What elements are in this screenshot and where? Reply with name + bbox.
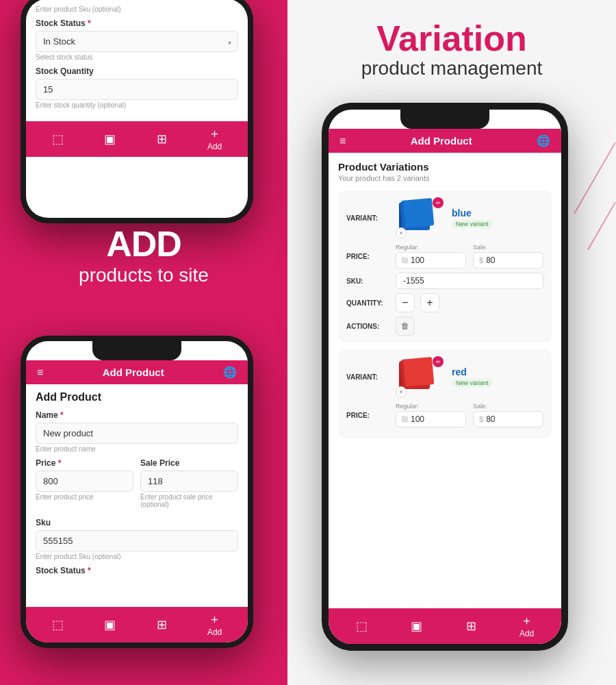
globe-icon-right[interactable]: 🌐 [537, 134, 550, 147]
left-panel: Enter product Sku (optional) Stock Statu… [0, 0, 287, 685]
nav-add-label-right: Add [519, 629, 534, 638]
top-phone-nav: ⬚ ▣ ⊞ + Add [26, 121, 248, 157]
sale-price-section-red: Sale: $ 80 [473, 403, 543, 427]
sale-price-input[interactable] [140, 471, 238, 492]
bottom-left-phone-nav: ⬚ ▣ ⊞ + Add [26, 607, 248, 643]
regular-label-red: Regular: [396, 403, 466, 410]
dashboard-icon-right: ⬚ [356, 619, 368, 634]
nav-image-bl[interactable]: ▣ [104, 617, 116, 633]
nav-grid-top[interactable]: ⊞ [157, 132, 167, 147]
sale-price-input-red[interactable]: $ 80 [473, 411, 543, 427]
variant-image-red: ✏ × [396, 356, 444, 397]
variant-badge-blue: New variant [452, 220, 493, 228]
price-hint: Enter product price [36, 493, 133, 501]
price-row-red: PRICE: Regular: ₪ 100 Sale: [346, 403, 543, 427]
dashboard-icon-bl: ⬚ [52, 617, 64, 632]
sku-field-group: Sku Enter product Sku (optional) [36, 518, 238, 560]
right-phone-screen: ≡ Add Product 🌐 Product Variations Your … [329, 110, 561, 644]
sku-hint-top: Enter product Sku (optional) [36, 5, 238, 13]
close-badge-red[interactable]: × [396, 386, 407, 397]
nav-image-top[interactable]: ▣ [104, 132, 116, 147]
stock-status-hint-top: Select stock status [36, 53, 238, 61]
sale-price-section-blue: Sale: $ 80 [473, 244, 543, 269]
sale-price-col: Sale Price Enter product sale price (opt… [140, 458, 238, 514]
variant-card-blue: VARIANT: ✏ × [338, 190, 552, 342]
sku-input-blue[interactable] [396, 273, 543, 289]
price-col: Price * Enter product price [36, 458, 133, 514]
nav-add-right[interactable]: + Add [519, 614, 534, 638]
price-input[interactable] [36, 471, 133, 492]
plus-icon-top: + [211, 127, 218, 142]
add-product-form: Add Product Name * Enter product name Pr… [26, 384, 248, 607]
grid-icon-right: ⊞ [466, 619, 476, 634]
sale-price-label: Sale Price [140, 458, 238, 468]
regular-price-input-red[interactable]: ₪ 100 [396, 411, 466, 427]
trash-btn-blue[interactable]: 🗑 [396, 316, 415, 336]
grid-icon: ⊞ [157, 132, 167, 147]
app-title-right: Add Product [411, 135, 472, 147]
nav-image-right[interactable]: ▣ [411, 619, 422, 634]
nav-add-top[interactable]: + Add [207, 127, 222, 151]
stock-qty-input-top[interactable] [36, 79, 238, 100]
hamburger-icon-bottom-left[interactable]: ≡ [37, 366, 43, 379]
edit-badge-blue[interactable]: ✏ [433, 197, 444, 208]
currency-sale-red: $ [479, 415, 483, 423]
deco-line-2 [587, 202, 616, 250]
plus-icon-right: + [523, 614, 530, 629]
phone-notch-bottom-left [92, 341, 181, 360]
name-hint: Enter product name [36, 445, 238, 453]
sku-input[interactable] [36, 530, 238, 551]
qty-row-blue: QUANTITY: − + [346, 293, 543, 312]
hamburger-icon-right[interactable]: ≡ [339, 135, 346, 147]
phone-notch-right [400, 110, 489, 129]
stock-status-select-top[interactable]: In Stock [36, 31, 238, 52]
qty-label-blue: QUANTITY: [346, 299, 396, 307]
nav-grid-bl[interactable]: ⊞ [157, 617, 167, 633]
sale-label-blue: Sale: [473, 244, 543, 251]
variant-name-blue: blue [452, 208, 493, 219]
qty-plus-btn-blue[interactable]: + [420, 293, 439, 312]
app-header-bottom-left: ≡ Add Product 🌐 [26, 360, 248, 384]
sku-label-blue: SKU: [346, 277, 396, 285]
variant-image-blue: ✏ × [396, 197, 444, 238]
nav-dashboard-bl[interactable]: ⬚ [52, 617, 64, 633]
actions-label-blue: ACTIONS: [346, 323, 396, 330]
bottom-left-phone-screen: ≡ Add Product 🌐 Add Product Name * Enter… [26, 341, 248, 643]
stock-status-label-bottom: Stock Status * [36, 566, 238, 575]
nav-add-bl[interactable]: + Add [207, 613, 222, 637]
bottom-left-phone: ≡ Add Product 🌐 Add Product Name * Enter… [21, 336, 253, 648]
regular-price-section-blue: Regular: ₪ 100 [396, 244, 466, 269]
close-badge-blue[interactable]: × [396, 227, 407, 238]
right-phone-nav: ⬚ ▣ ⊞ + Add [329, 608, 561, 644]
stock-qty-label-top: Stock Quantity [36, 66, 238, 76]
variation-subtitle: Your product has 2 variants [338, 174, 552, 182]
variant-header-row-red: VARIANT: ✏ × [346, 356, 543, 397]
currency-regular-blue: ₪ [402, 256, 408, 265]
stock-status-select-wrapper-top: In Stock ▾ [36, 31, 238, 53]
variant-info-red: red New variant [452, 366, 493, 387]
grid-icon-bl: ⊞ [157, 617, 167, 632]
top-phone: Enter product Sku (optional) Stock Statu… [21, 0, 253, 223]
deco-line-1 [574, 142, 616, 214]
name-input[interactable] [36, 423, 238, 444]
right-headline: Variation product management [315, 21, 589, 79]
variation-content: Product Variations Your product has 2 va… [329, 153, 561, 608]
variant-info-blue: blue New variant [452, 208, 493, 228]
dashboard-icon: ⬚ [52, 132, 64, 147]
sale-price-input-blue[interactable]: $ 80 [473, 252, 543, 269]
sku-row-blue: SKU: [346, 273, 543, 289]
form-title-bottom-left: Add Product [36, 391, 238, 403]
price-label-blue: PRICE: [346, 253, 396, 260]
globe-icon-bottom-left[interactable]: 🌐 [223, 366, 237, 379]
nav-dashboard-right[interactable]: ⬚ [356, 619, 368, 634]
top-phone-screen: Enter product Sku (optional) Stock Statu… [26, 0, 248, 218]
nav-grid-right[interactable]: ⊞ [466, 619, 476, 634]
regular-price-input-blue[interactable]: ₪ 100 [396, 252, 466, 269]
edit-badge-red[interactable]: ✏ [433, 356, 444, 367]
svg-rect-2 [401, 198, 434, 228]
image-icon: ▣ [104, 132, 116, 147]
variation-main-title: Product Variations [338, 161, 552, 173]
sale-price-value-blue: 80 [486, 256, 495, 265]
nav-dashboard-top[interactable]: ⬚ [52, 132, 64, 147]
qty-minus-btn-blue[interactable]: − [396, 293, 415, 312]
